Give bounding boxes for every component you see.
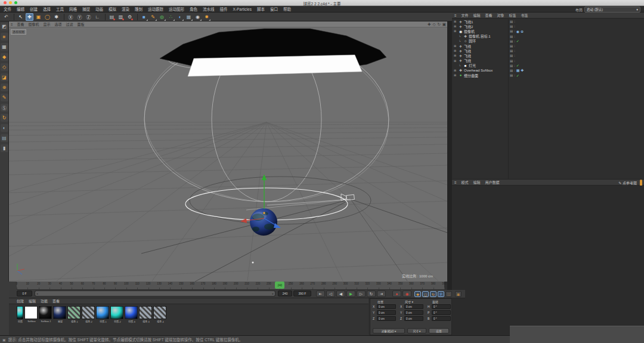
edge-mode-button[interactable]: ◇ — [1, 63, 8, 71]
coord-field[interactable]: 0 cm — [404, 316, 423, 321]
layer-icon[interactable]: ▤ — [510, 69, 513, 72]
attribute-manager-menu-icon[interactable]: ≡ — [454, 181, 457, 184]
scale-tool-button[interactable]: ▣ — [35, 13, 42, 21]
viewport[interactable]: ≡ 查看摄像机显示选项过滤面板✚◇↻▣ 透视视图 — [9, 21, 447, 282]
coord-field[interactable]: 0 ° — [432, 304, 451, 309]
key-parameter-toggle[interactable]: Ⓟ — [438, 291, 444, 297]
viewport-menu-icon[interactable]: ≡ — [11, 23, 13, 26]
current-frame-field[interactable]: 240 — [278, 291, 292, 296]
texture-mode-button[interactable]: ▦ — [1, 43, 8, 51]
enabled-check-icon[interactable]: ✓ — [516, 63, 519, 67]
layer-icon[interactable]: ▤ — [510, 35, 513, 38]
menubar-item-0[interactable]: 文件 — [4, 6, 11, 12]
record-active-objects-button[interactable]: ● — [392, 291, 401, 297]
layer-icon[interactable]: ▤ — [510, 59, 513, 63]
visibility-dots-icon[interactable]: ∶ — [514, 54, 515, 57]
prev-frame-button[interactable]: ◀ — [336, 291, 345, 297]
material-swatch[interactable]: 线条.1 — [67, 306, 82, 323]
coord-field[interactable]: 0 ° — [432, 316, 451, 321]
menubar-item-8[interactable]: 模拟 — [109, 6, 116, 12]
add-spline-button[interactable]: ✎ — [149, 13, 157, 21]
add-subdivision-button[interactable]: ◍ — [158, 13, 166, 21]
expand-icon[interactable]: ⊞ — [454, 24, 458, 28]
viewport-menu-3[interactable]: 选项 — [55, 21, 62, 27]
next-frame-button[interactable]: ▷ — [357, 291, 366, 297]
layout-select[interactable]: 启动 (默认)▾ — [584, 7, 640, 13]
lock-y-button[interactable]: Ⓨ — [76, 13, 83, 21]
menubar-item-3[interactable]: 选择 — [43, 6, 51, 12]
expand-icon[interactable]: ⊞ — [454, 69, 458, 72]
expand-icon[interactable]: └ — [459, 39, 463, 43]
axis-lock-button[interactable]: ↻ — [1, 114, 8, 122]
menubar-item-14[interactable]: 流水线 — [203, 6, 215, 12]
menubar-item-17[interactable]: 脚本 — [257, 6, 265, 12]
menubar-item-15[interactable]: 插件 — [220, 6, 228, 12]
add-light-button[interactable]: ✹ — [203, 13, 210, 21]
coord-field[interactable]: 0 cm — [377, 316, 396, 321]
menubar-item-1[interactable]: 编辑 — [17, 6, 24, 12]
visibility-dots-icon[interactable]: ∶ — [514, 29, 515, 33]
object-manager-menu-4[interactable]: 标签 — [509, 13, 516, 18]
prev-key-button[interactable]: ◁ — [326, 291, 335, 297]
attribute-menu-2[interactable]: 用户数据 — [485, 180, 500, 185]
timeline-playhead[interactable]: 240 — [275, 282, 284, 289]
material-menu-0[interactable]: 创建 — [17, 298, 24, 304]
object-row[interactable]: ⊞✈飞线▤∶ — [452, 48, 644, 53]
viewport-canvas[interactable] — [9, 27, 447, 282]
viewport-menu-2[interactable]: 显示 — [44, 21, 51, 27]
object-row[interactable]: ⊞✈飞线▤∶ — [452, 53, 644, 58]
play-button[interactable]: ▶ — [346, 291, 355, 297]
zoom-view-icon[interactable]: ◇ — [432, 22, 435, 27]
workplane-mode-button[interactable]: ▤ — [1, 134, 8, 142]
lock-x-button[interactable]: Ⓧ — [67, 13, 75, 21]
visibility-dots-icon[interactable]: ∶ — [514, 24, 515, 28]
viewport-menu-1[interactable]: 摄像机 — [29, 21, 39, 27]
add-camera-button[interactable]: ◉ — [194, 13, 202, 21]
undo-button[interactable]: ↶ — [2, 13, 10, 21]
material-swatch[interactable]: 材质.1 — [96, 306, 110, 323]
viewport-menu-5[interactable]: 面板 — [78, 21, 85, 27]
key-position-toggle[interactable]: ✚ — [414, 291, 421, 297]
menubar-item-18[interactable]: 窗口 — [270, 6, 278, 12]
viewport-solo-button[interactable]: ◐ — [1, 124, 8, 132]
attribute-menu-0[interactable]: 模式 — [462, 180, 469, 185]
material-swatch[interactable]: 线条.3 — [139, 306, 153, 323]
layer-icon[interactable]: ▤ — [510, 54, 513, 57]
object-row[interactable]: └■灯光▤∶✓ — [452, 63, 644, 68]
add-generator-button[interactable]: ∴ — [167, 13, 175, 21]
add-environment-button[interactable]: ▦ — [185, 13, 193, 21]
menubar-item-11[interactable]: 运动跟踪 — [148, 6, 163, 12]
visibility-dots-icon[interactable]: ∶ — [514, 35, 515, 38]
object-manager-menu-2[interactable]: 查看 — [485, 13, 493, 18]
object-row[interactable]: ⊞✈飞线▤∶ — [452, 58, 644, 63]
timeline-ruler[interactable]: 0102030405060708090100110120130140150160… — [17, 282, 444, 290]
add-deformer-button[interactable]: ◖ — [176, 13, 184, 21]
scroll-left-icon[interactable]: ◂ — [36, 292, 38, 295]
coord-field[interactable]: 0 cm — [377, 304, 396, 309]
axis-mode-button[interactable]: ⊕ — [1, 84, 8, 91]
key-scale-toggle[interactable]: ◻ — [422, 291, 429, 297]
attribute-manager-right-label[interactable]: ✎ 点参考图 — [618, 180, 637, 186]
material-menu-3[interactable]: 查看 — [52, 298, 60, 304]
material-menu-1[interactable]: 编辑 — [29, 298, 36, 304]
snap-mode-button[interactable]: Ⓢ — [1, 104, 8, 112]
pan-view-icon[interactable]: ✚ — [428, 22, 431, 27]
coord-field[interactable]: 0 cm — [377, 310, 396, 315]
camera-tag-icon[interactable]: ◉ — [516, 29, 519, 33]
rotate-view-icon[interactable]: ↻ — [437, 22, 440, 27]
material-swatch[interactable]: 地球 — [53, 306, 67, 323]
polygon-mode-button[interactable]: ◪ — [1, 73, 8, 81]
expand-icon[interactable]: └ — [459, 35, 463, 38]
expand-icon[interactable]: ⊞ — [454, 54, 458, 57]
live-selection-button[interactable]: ↖ — [17, 13, 24, 21]
keyframe-selection-button[interactable]: ≣ — [455, 291, 462, 297]
layer-icon[interactable]: ▤ — [510, 29, 513, 33]
point-mode-button[interactable]: ◆ — [1, 53, 8, 61]
layer-icon[interactable]: ▤ — [510, 39, 513, 43]
model-mode-button[interactable]: ■ — [1, 33, 8, 41]
key-rotation-toggle[interactable]: ↻ — [430, 291, 436, 297]
scroll-right-icon[interactable]: ▸ — [272, 292, 274, 295]
expand-icon[interactable]: ⊞ — [454, 49, 458, 52]
expand-icon[interactable]: ⊞ — [454, 73, 458, 77]
material-menu-2[interactable]: 功能 — [41, 298, 48, 304]
